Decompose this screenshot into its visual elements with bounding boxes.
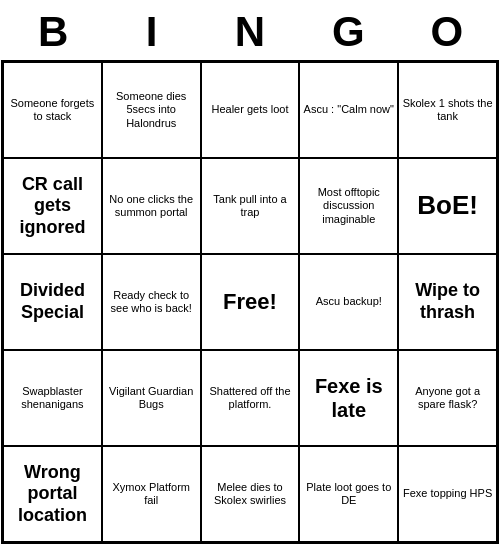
bingo-cell-r3-c0[interactable]: Swapblaster shenanigans [3, 350, 102, 446]
bingo-cell-r0-c0[interactable]: Someone forgets to stack [3, 62, 102, 158]
header-n: N [201, 8, 299, 56]
bingo-cell-r0-c2[interactable]: Healer gets loot [201, 62, 300, 158]
bingo-cell-r4-c0[interactable]: Wrong portal location [3, 446, 102, 542]
bingo-cell-r2-c4[interactable]: Wipe to thrash [398, 254, 497, 350]
bingo-grid: Someone forgets to stackSomeone dies 5se… [1, 60, 499, 544]
bingo-cell-r1-c1[interactable]: No one clicks the summon portal [102, 158, 201, 254]
bingo-cell-r3-c4[interactable]: Anyone got a spare flask? [398, 350, 497, 446]
bingo-cell-r1-c0[interactable]: CR call gets ignored [3, 158, 102, 254]
bingo-cell-r1-c4[interactable]: BoE! [398, 158, 497, 254]
bingo-cell-r3-c1[interactable]: Vigilant Guardian Bugs [102, 350, 201, 446]
header-g: G [299, 8, 397, 56]
bingo-cell-r3-c2[interactable]: Shattered off the platform. [201, 350, 300, 446]
bingo-cell-r4-c4[interactable]: Fexe topping HPS [398, 446, 497, 542]
header-i: I [102, 8, 200, 56]
bingo-cell-r4-c3[interactable]: Plate loot goes to DE [299, 446, 398, 542]
bingo-cell-r2-c3[interactable]: Ascu backup! [299, 254, 398, 350]
bingo-header: B I N G O [0, 0, 500, 60]
bingo-cell-r2-c2[interactable]: Free! [201, 254, 300, 350]
bingo-cell-r2-c0[interactable]: Divided Special [3, 254, 102, 350]
bingo-cell-r2-c1[interactable]: Ready check to see who is back! [102, 254, 201, 350]
header-b: B [4, 8, 102, 56]
bingo-cell-r0-c4[interactable]: Skolex 1 shots the tank [398, 62, 497, 158]
bingo-cell-r1-c2[interactable]: Tank pull into a trap [201, 158, 300, 254]
bingo-cell-r0-c1[interactable]: Someone dies 5secs into Halondrus [102, 62, 201, 158]
bingo-cell-r4-c2[interactable]: Melee dies to Skolex swirlies [201, 446, 300, 542]
bingo-cell-r4-c1[interactable]: Xymox Platform fail [102, 446, 201, 542]
bingo-cell-r1-c3[interactable]: Most offtopic discussion imaginable [299, 158, 398, 254]
bingo-cell-r3-c3[interactable]: Fexe is late [299, 350, 398, 446]
header-o: O [398, 8, 496, 56]
bingo-cell-r0-c3[interactable]: Ascu : "Calm now" [299, 62, 398, 158]
